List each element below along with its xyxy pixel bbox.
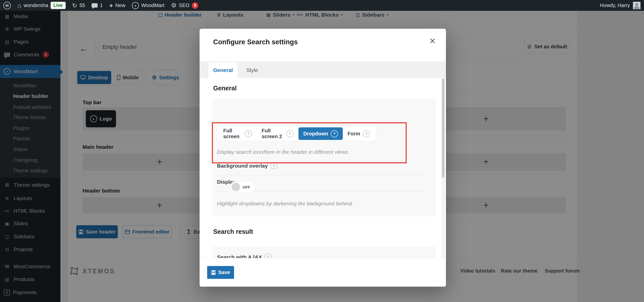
option-full-screen[interactable]: Full screen ?	[218, 127, 257, 140]
option-full-screen-2[interactable]: Full screen 2 ?	[257, 127, 298, 140]
home-icon: ⌂	[17, 2, 21, 9]
option-dropdown-selected[interactable]: Dropdown ?	[298, 127, 343, 140]
help-icon[interactable]: ?	[270, 162, 278, 169]
woodmart-logo-icon: ▲	[132, 2, 139, 9]
help-icon[interactable]: ?	[363, 130, 370, 137]
new-content-menu[interactable]: + New	[109, 2, 125, 9]
section-heading-general: General	[213, 85, 237, 92]
wordpress-logo-icon: W	[3, 2, 11, 9]
refresh-icon: ↻	[72, 3, 77, 9]
option-form[interactable]: Form ?	[343, 127, 375, 140]
avatar	[633, 2, 640, 9]
background-overlay-label: Background overlay ?	[217, 162, 278, 169]
modal-scrollbar-thumb[interactable]	[442, 79, 444, 178]
modal-footer: Save	[200, 258, 446, 287]
woodmart-menu[interactable]: ▲ WoodMart	[132, 2, 164, 9]
save-button[interactable]: Save	[207, 266, 234, 279]
section-heading-search-result: Search result	[213, 228, 253, 235]
plus-icon: +	[109, 2, 113, 9]
tab-style[interactable]: Style	[238, 62, 267, 78]
comments-menu[interactable]: 1	[92, 3, 103, 8]
live-badge: Live	[51, 2, 66, 9]
seo-notification-badge: 9	[192, 2, 198, 9]
updates-menu[interactable]: ↻ 55	[72, 3, 85, 9]
wordpress-menu[interactable]: W	[3, 2, 11, 9]
site-name-menu[interactable]: ⌂ wondersha Live	[17, 2, 66, 9]
help-icon[interactable]: ?	[331, 130, 338, 137]
divider	[217, 176, 427, 176]
background-overlay-toggle[interactable]: OFF	[230, 181, 255, 193]
help-icon[interactable]: ?	[245, 130, 252, 137]
account-menu[interactable]: Howdy, Harry	[600, 2, 640, 9]
save-icon	[211, 270, 216, 275]
display-options-group: Full screen ? Full screen 2 ? Dropdown ?…	[217, 126, 376, 141]
modal-title: Configure Search settings	[213, 38, 298, 46]
background-overlay-hint: Highlight dropdowns by darkening the bac…	[217, 201, 353, 207]
gear-icon: ⚙	[171, 2, 176, 9]
toggle-state: OFF	[243, 185, 250, 189]
seo-menu[interactable]: ⚙ SEO 9	[171, 2, 198, 9]
comment-icon	[92, 3, 98, 8]
admin-bar: W ⌂ wondersha Live ↻ 55 1 + New ▲ WoodMa…	[0, 0, 644, 11]
display-settings-panel: Display Full screen ? Full screen 2 ? Dr…	[212, 99, 436, 216]
close-icon[interactable]: ×	[430, 36, 435, 46]
modal-tab-bar: General Style	[200, 61, 446, 78]
display-hint: Display search icon/form in the header i…	[217, 149, 349, 155]
toggle-knob	[232, 183, 240, 191]
page: ▢ Header builder ≣ Layouts ▣ Sliders ▾ <…	[0, 0, 644, 302]
tab-general[interactable]: General	[208, 62, 238, 78]
help-icon[interactable]: ?	[286, 130, 294, 137]
configure-search-settings-modal: Configure Search settings × General Styl…	[200, 29, 446, 287]
